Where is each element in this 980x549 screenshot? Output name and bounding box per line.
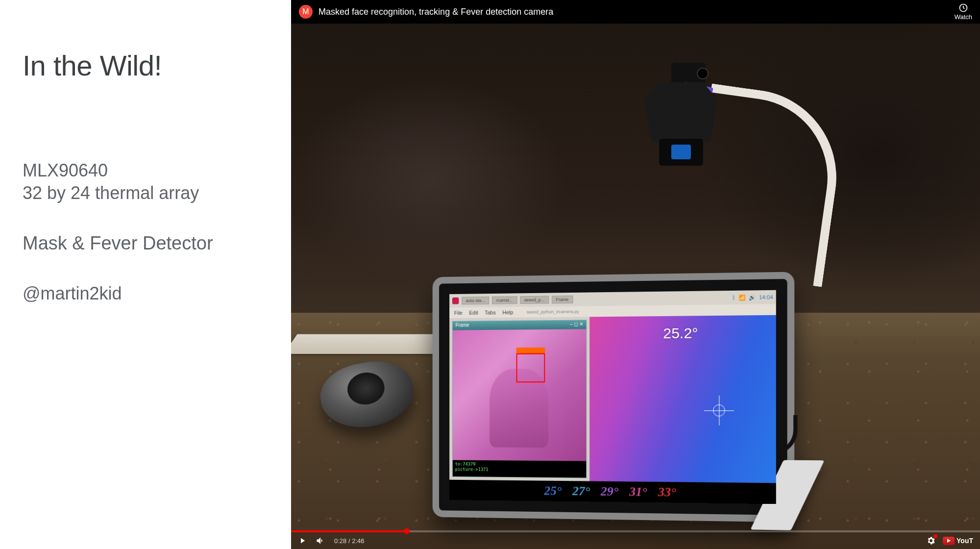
- temperature-scale: 25° 27° 29° 31° 33°: [449, 480, 776, 504]
- bluetooth-icon: ᛒ: [732, 295, 735, 300]
- wifi-icon: 📶: [739, 294, 746, 300]
- scale-value: 31°: [629, 484, 647, 499]
- servo-mount: [659, 139, 703, 166]
- slide-title: In the Wild!: [23, 49, 271, 82]
- window-title: Frame: [456, 323, 469, 329]
- menu-file: File: [454, 310, 463, 316]
- scale-value: 29°: [601, 484, 618, 499]
- slide-text-panel: In the Wild! MLX90640 32 by 24 thermal a…: [0, 0, 291, 549]
- clock-icon: [958, 3, 968, 13]
- scene-background: auto-sta... rcamst... seeed_p... Frame ᛒ…: [291, 24, 980, 549]
- thermal-reading: 25.2°: [663, 324, 698, 342]
- watch-later-button[interactable]: Watch: [955, 3, 972, 21]
- play-icon: [298, 536, 307, 545]
- script-name: seeed_python_ircamera.py: [527, 309, 579, 315]
- scale-value: 33°: [658, 485, 676, 500]
- author-handle: @martin2kid: [23, 283, 271, 304]
- volume-icon: [316, 536, 325, 546]
- channel-avatar[interactable]: M: [299, 5, 313, 19]
- taskbar-item: rcamst...: [492, 296, 517, 304]
- settings-button[interactable]: [926, 536, 936, 546]
- product-name: MLX90640: [23, 160, 271, 181]
- menu-help: Help: [502, 309, 513, 315]
- thermal-camera-lens: [671, 63, 706, 85]
- taskbar-clock: 14:04: [759, 294, 773, 300]
- scale-value: 25°: [544, 484, 562, 499]
- camera-window: Frame– ◻ ✕ to:74379 picture->1371: [452, 320, 587, 478]
- terminal-output: to:74379 picture->1371: [453, 460, 586, 478]
- video-time: 0:28 / 2:46: [334, 537, 364, 545]
- menu-edit: Edit: [469, 310, 478, 316]
- embedded-video: M Masked face recognition, tracking & Fe…: [291, 0, 980, 549]
- taskbar-item: auto-sta...: [462, 297, 489, 304]
- youtube-logo-text: YouT: [956, 537, 973, 545]
- taskbar-item: Frame: [552, 296, 573, 303]
- pan-tilt-bracket: [644, 82, 718, 141]
- gear-icon: [926, 536, 936, 546]
- raspberry-pi-display: auto-sta... rcamst... seeed_p... Frame ᛒ…: [433, 272, 795, 523]
- volume-icon: 🔊: [749, 294, 756, 300]
- scale-value: 27°: [572, 484, 590, 499]
- video-header: M Masked face recognition, tracking & Fe…: [291, 0, 980, 24]
- papers-prop: [291, 334, 455, 354]
- watch-later-label: Watch: [955, 13, 972, 21]
- raspberry-icon: [452, 298, 459, 304]
- mute-button[interactable]: [316, 536, 325, 546]
- project-name: Mask & Fever Detector: [23, 233, 271, 254]
- tablet-screen: auto-sta... rcamst... seeed_p... Frame ᛒ…: [449, 290, 776, 504]
- video-controls: 0:28 / 2:46 YouT: [291, 532, 980, 549]
- face-bounding-box: [516, 353, 545, 382]
- menu-tabs: Tabs: [485, 309, 496, 315]
- crosshair-icon: [704, 396, 734, 425]
- camera-rig: [625, 63, 733, 210]
- youtube-logo[interactable]: YouT: [943, 537, 973, 545]
- video-frame[interactable]: auto-sta... rcamst... seeed_p... Frame ᛒ…: [291, 24, 980, 549]
- taskbar-item: seeed_p...: [520, 296, 549, 304]
- youtube-icon: [943, 537, 955, 545]
- camera-feed: [453, 329, 586, 461]
- thermal-view: 25.2°: [589, 315, 776, 483]
- window-controls: – ◻ ✕: [570, 321, 583, 328]
- product-subtitle: 32 by 24 thermal array: [23, 183, 271, 203]
- video-title[interactable]: Masked face recognition, tracking & Feve…: [318, 7, 949, 17]
- play-button[interactable]: [298, 536, 307, 545]
